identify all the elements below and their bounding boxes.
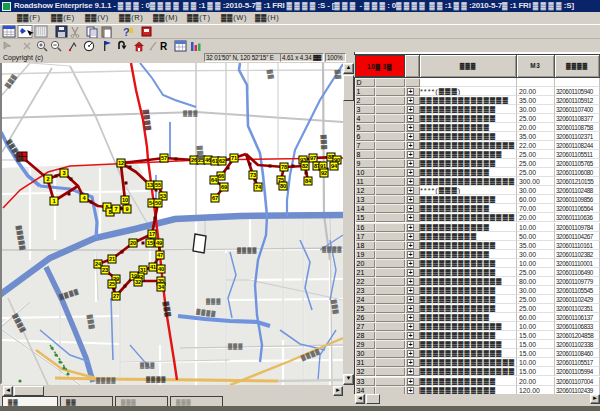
svg-text:▓▓▓▓: ▓▓▓▓	[237, 247, 257, 254]
svg-text:12: 12	[118, 160, 124, 166]
svg-text:26: 26	[191, 157, 197, 163]
svg-text:3: 3	[62, 170, 65, 176]
svg-text:97: 97	[310, 155, 316, 161]
svg-text:34: 34	[158, 284, 165, 290]
svg-text:7: 7	[114, 206, 117, 212]
svg-text:69: 69	[221, 184, 227, 190]
svg-text:78: 78	[281, 164, 287, 170]
svg-text:9: 9	[125, 206, 128, 212]
svg-text:R: R	[160, 41, 168, 52]
svg-text:13: 13	[147, 182, 153, 188]
svg-text:8: 8	[108, 209, 111, 215]
svg-text:66: 66	[218, 173, 224, 179]
svg-text:73: 73	[250, 172, 256, 178]
svg-text:74: 74	[255, 184, 262, 190]
svg-text:32: 32	[135, 279, 141, 285]
svg-text:10: 10	[122, 197, 128, 203]
svg-text:21: 21	[109, 256, 115, 262]
svg-text:27: 27	[113, 293, 119, 299]
svg-text:2: 2	[46, 176, 49, 182]
svg-text:46: 46	[205, 157, 211, 163]
svg-text:41: 41	[150, 264, 156, 270]
svg-text:1: 1	[52, 198, 55, 204]
svg-text:71: 71	[231, 155, 237, 161]
svg-text:82: 82	[302, 163, 308, 169]
svg-text:57: 57	[161, 155, 167, 161]
svg-text:▓▓▓: ▓▓▓	[140, 362, 155, 369]
svg-text:17: 17	[149, 231, 155, 237]
svg-text:94: 94	[331, 163, 338, 169]
svg-text:49: 49	[156, 240, 162, 246]
svg-text:80: 80	[280, 183, 286, 189]
svg-text:61: 61	[212, 158, 218, 164]
svg-text:55: 55	[155, 182, 161, 188]
svg-text:20: 20	[130, 240, 136, 246]
svg-text:15: 15	[147, 240, 153, 246]
svg-text:?: ?	[123, 26, 130, 38]
svg-text:▓▓▓▓: ▓▓▓▓	[322, 246, 342, 253]
svg-text:▓▓▓▓: ▓▓▓▓	[96, 377, 116, 384]
svg-text:40: 40	[158, 266, 164, 272]
svg-text:62: 62	[219, 158, 225, 164]
svg-text:23: 23	[102, 267, 108, 273]
svg-text:84: 84	[305, 178, 312, 184]
svg-text:64: 64	[211, 177, 218, 183]
svg-text:92: 92	[321, 170, 327, 176]
svg-text:25: 25	[109, 281, 115, 287]
svg-text:50: 50	[155, 200, 161, 206]
svg-text:67: 67	[212, 195, 218, 201]
svg-text:▓▓▓: ▓▓▓	[183, 110, 198, 117]
svg-text:▓▓▓▓: ▓▓▓▓	[146, 376, 166, 383]
svg-text:47: 47	[157, 252, 163, 258]
svg-text:▓▓▓: ▓▓▓	[228, 343, 243, 350]
svg-text:▓▓▓: ▓▓▓	[206, 298, 221, 305]
